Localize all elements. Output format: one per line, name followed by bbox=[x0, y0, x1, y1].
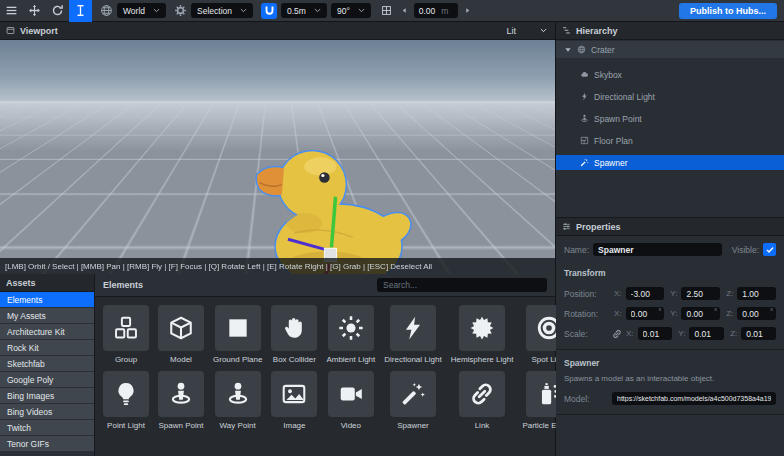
ambient-light-icon bbox=[338, 315, 364, 341]
grid-height-decrement-button[interactable] bbox=[399, 4, 410, 17]
model-url-input[interactable] bbox=[612, 392, 776, 405]
rotation-x-input[interactable] bbox=[626, 307, 665, 320]
hemisphere-light-icon bbox=[459, 305, 505, 351]
duck-model[interactable] bbox=[230, 132, 435, 274]
asset-tab-rock-kit[interactable]: Rock Kit bbox=[0, 340, 94, 355]
asset-tab-twitch[interactable]: Twitch bbox=[0, 420, 94, 435]
snap-angle-value: 90° bbox=[337, 6, 350, 16]
rotation-y-input[interactable] bbox=[681, 307, 720, 320]
section-divider bbox=[556, 414, 784, 415]
hierarchy-item-spawner[interactable]: Spawner bbox=[556, 155, 784, 170]
asset-tab-tenor-gifs[interactable]: Tenor GIFs bbox=[0, 436, 94, 451]
element-tile-ground-plane[interactable]: Ground Plane bbox=[213, 305, 262, 364]
box-collider-icon bbox=[281, 315, 307, 341]
hierarchy-item-crater[interactable]: Crater bbox=[556, 41, 784, 58]
video-icon bbox=[338, 381, 364, 407]
transform-space-dropdown[interactable]: World bbox=[117, 3, 166, 18]
viewport-canvas[interactable]: [LMB] Orbit / Select | [MMB] Pan | [RMB]… bbox=[0, 40, 555, 274]
bolt-icon bbox=[580, 92, 589, 101]
element-tile-box-collider[interactable]: Box Collider bbox=[271, 305, 317, 364]
menu-tool-button[interactable] bbox=[0, 0, 23, 22]
asset-tab-sketchfab[interactable]: Sketchfab bbox=[0, 356, 94, 371]
transform-space-group: World bbox=[100, 3, 166, 18]
element-tile-group[interactable]: Group bbox=[103, 305, 149, 364]
render-mode-dropdown[interactable]: Lit bbox=[506, 26, 549, 36]
asset-tab-bing-images[interactable]: Bing Images bbox=[0, 388, 94, 403]
hierarchy-item-floor-plan[interactable]: Floor Plan bbox=[556, 133, 784, 148]
gear-icon bbox=[174, 4, 187, 17]
position-z-input[interactable] bbox=[737, 287, 776, 300]
element-tile-spawn-point[interactable]: Spawn Point bbox=[158, 371, 204, 430]
expand-caret-icon[interactable] bbox=[564, 46, 572, 54]
hierarchy-title: Hierarchy bbox=[576, 26, 618, 36]
box-collider-icon bbox=[271, 305, 317, 351]
asset-tab-architecture-kit[interactable]: Architecture Kit bbox=[0, 324, 94, 339]
asset-tab-google-poly[interactable]: Google Poly bbox=[0, 372, 94, 387]
tool-buttons bbox=[0, 0, 92, 22]
spawn-point-icon bbox=[158, 371, 204, 417]
hierarchy-item-label: Directional Light bbox=[594, 92, 655, 102]
element-tile-hemisphere-light[interactable]: Hemisphere Light bbox=[451, 305, 514, 364]
viewport-title: Viewport bbox=[20, 26, 58, 36]
hierarchy-item-skybox[interactable]: Skybox bbox=[556, 67, 784, 82]
scale-tool-button[interactable] bbox=[69, 0, 92, 22]
asset-tab-bing-videos[interactable]: Bing Videos bbox=[0, 404, 94, 419]
transform-pivot-dropdown[interactable]: Selection bbox=[191, 3, 253, 18]
element-tile-image[interactable]: Image bbox=[271, 371, 317, 430]
directional-light-icon bbox=[400, 315, 426, 341]
element-tile-model[interactable]: Model bbox=[158, 305, 204, 364]
way-point-icon bbox=[215, 371, 261, 417]
grid-visibility-button[interactable] bbox=[379, 3, 395, 19]
scale-y-input[interactable] bbox=[689, 327, 724, 340]
hierarchy-item-spawn-point[interactable]: Spawn Point bbox=[556, 111, 784, 126]
position-y-input[interactable] bbox=[681, 287, 720, 300]
element-tile-point-light[interactable]: Point Light bbox=[103, 371, 149, 430]
element-tile-label: Image bbox=[283, 421, 305, 430]
snap-toggle-button[interactable] bbox=[261, 3, 277, 19]
axis-x-label: X: bbox=[614, 289, 622, 298]
publish-button[interactable]: Publish to Hubs... bbox=[679, 3, 777, 19]
scale-row: Scale: X: Y: Z: bbox=[564, 327, 776, 340]
element-tile-link[interactable]: Link bbox=[451, 371, 514, 430]
axis-x-label: X: bbox=[626, 329, 634, 338]
grid-floor bbox=[0, 40, 555, 103]
element-tile-label: Group bbox=[115, 355, 137, 364]
viewport-shortcuts: [LMB] Orbit / Select | [MMB] Pan | [RMB]… bbox=[0, 258, 555, 274]
snap-angle-dropdown[interactable]: 90° bbox=[331, 3, 371, 18]
element-tile-label: Way Point bbox=[220, 421, 256, 430]
translate-icon bbox=[28, 4, 41, 17]
translate-tool-button[interactable] bbox=[23, 0, 46, 22]
chevron-down-icon bbox=[314, 7, 321, 14]
element-tile-video[interactable]: Video bbox=[326, 371, 375, 430]
chevron-down-icon bbox=[358, 7, 365, 14]
directional-light-icon bbox=[390, 305, 436, 351]
model-label: Model: bbox=[564, 394, 608, 404]
element-tile-way-point[interactable]: Way Point bbox=[213, 371, 262, 430]
axis-y-label: Y: bbox=[678, 329, 685, 338]
menu-icon bbox=[5, 4, 18, 17]
image-icon bbox=[271, 371, 317, 417]
rotate-tool-button[interactable] bbox=[46, 0, 69, 22]
rotation-z-input[interactable] bbox=[737, 307, 776, 320]
element-tile-spawner[interactable]: Spawner bbox=[384, 371, 441, 430]
ground-plane-icon bbox=[215, 305, 261, 351]
link-icon bbox=[459, 371, 505, 417]
scale-x-input[interactable] bbox=[638, 327, 673, 340]
way-point-icon bbox=[225, 381, 251, 407]
link-axes-icon[interactable] bbox=[612, 329, 622, 339]
element-tile-ambient-light[interactable]: Ambient Light bbox=[326, 305, 375, 364]
element-tile-directional-light[interactable]: Directional Light bbox=[384, 305, 441, 364]
grid-height-field[interactable]: 0.00 m bbox=[414, 3, 458, 18]
hierarchy-item-directional-light[interactable]: Directional Light bbox=[556, 89, 784, 104]
viewport-panel: Viewport Lit bbox=[0, 22, 555, 274]
asset-tab-my-assets[interactable]: My Assets bbox=[0, 308, 94, 323]
snap-distance-dropdown[interactable]: 0.5m bbox=[281, 3, 327, 18]
grid-height-increment-button[interactable] bbox=[462, 4, 473, 17]
position-x-input[interactable] bbox=[626, 287, 665, 300]
point-light-icon bbox=[103, 371, 149, 417]
name-input[interactable] bbox=[593, 243, 722, 256]
scale-z-input[interactable] bbox=[741, 327, 776, 340]
asset-tab-elements[interactable]: Elements bbox=[0, 292, 94, 307]
search-input[interactable] bbox=[377, 278, 547, 292]
visible-checkbox[interactable] bbox=[763, 243, 776, 256]
